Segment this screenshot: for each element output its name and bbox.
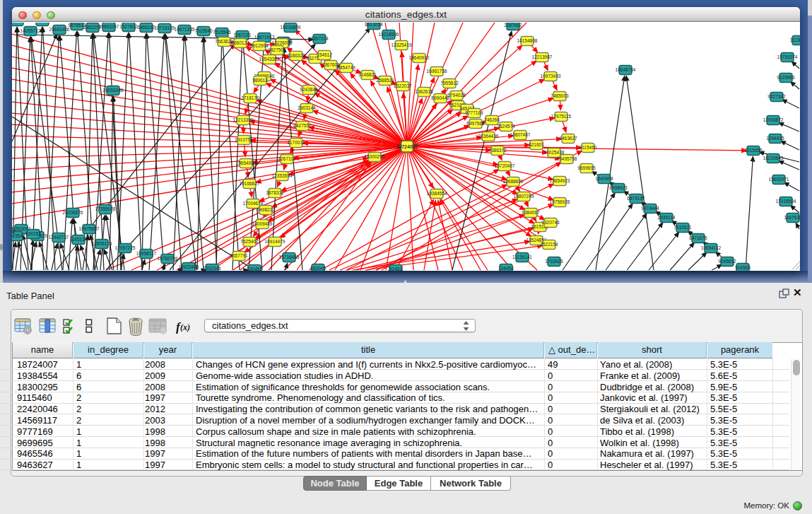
svg-text:6497568: 6497568 — [466, 121, 485, 126]
svg-text:8471676: 8471676 — [689, 235, 707, 240]
svg-text:924565: 924565 — [735, 265, 751, 270]
svg-text:3878332: 3878332 — [266, 190, 284, 195]
svg-text:10543382: 10543382 — [259, 57, 280, 62]
svg-text:10958117: 10958117 — [136, 251, 157, 256]
svg-text:9129966: 9129966 — [777, 75, 795, 80]
svg-text:16782759: 16782759 — [158, 256, 178, 261]
svg-text:9146821: 9146821 — [358, 72, 377, 77]
svg-text:621601: 621601 — [529, 142, 544, 147]
svg-text:18807249: 18807249 — [514, 194, 534, 199]
svg-text:3267110: 3267110 — [278, 156, 296, 161]
svg-text:9657791: 9657791 — [230, 253, 248, 258]
svg-text:15716485: 15716485 — [279, 255, 300, 259]
svg-text:19654987: 19654987 — [236, 160, 257, 165]
svg-text:10973493: 10973493 — [541, 74, 561, 78]
svg-text:8322037: 8322037 — [394, 83, 412, 88]
svg-text:950510: 950510 — [12, 229, 15, 234]
svg-text:16154808: 16154808 — [517, 38, 538, 43]
svg-text:9777169: 9777169 — [465, 110, 483, 115]
svg-text:16648784: 16648784 — [616, 67, 636, 72]
svg-text:10807487: 10807487 — [510, 132, 531, 137]
svg-text:12353594: 12353594 — [272, 173, 293, 178]
svg-text:1067191: 1067191 — [233, 33, 252, 37]
svg-text:1113054: 1113054 — [790, 37, 800, 42]
svg-text:10671913: 10671913 — [254, 35, 275, 40]
svg-text:19166827: 19166827 — [240, 181, 260, 186]
svg-text:16033809: 16033809 — [281, 25, 301, 30]
svg-text:19756928: 19756928 — [550, 199, 570, 204]
svg-text:2522154: 2522154 — [540, 242, 558, 247]
svg-text:18724007: 18724007 — [396, 144, 418, 149]
svg-text:6794028: 6794028 — [447, 93, 466, 98]
svg-text:15751074: 15751074 — [777, 54, 798, 59]
svg-text:17016504: 17016504 — [776, 199, 796, 204]
svg-text:10688609: 10688609 — [503, 179, 524, 184]
svg-text:17957225: 17957225 — [115, 245, 136, 250]
svg-text:9505172: 9505172 — [12, 23, 26, 23]
svg-text:12923468: 12923468 — [179, 264, 199, 269]
svg-text:7357224: 7357224 — [310, 36, 329, 41]
svg-text:1910751: 1910751 — [235, 137, 253, 142]
svg-text:19384554: 19384554 — [427, 191, 447, 196]
svg-text:989612: 989612 — [252, 78, 268, 83]
svg-text:19218506: 19218506 — [379, 32, 399, 37]
svg-text:7515546: 7515546 — [213, 30, 231, 35]
svg-text:939152: 939152 — [25, 231, 41, 236]
svg-text:10719155: 10719155 — [155, 25, 175, 30]
svg-text:8813054: 8813054 — [365, 23, 383, 27]
svg-text:7632621: 7632621 — [673, 225, 692, 230]
svg-text:8186328: 8186328 — [287, 53, 305, 58]
svg-text:1292346: 1292346 — [203, 266, 221, 271]
svg-text:7386372: 7386372 — [488, 148, 507, 153]
svg-text:13495758: 13495758 — [557, 156, 577, 161]
svg-text:20364436: 20364436 — [478, 134, 499, 139]
svg-text:12505135: 12505135 — [92, 241, 112, 246]
svg-text:20691406: 20691406 — [49, 27, 70, 32]
svg-text:3624574: 3624574 — [497, 124, 515, 129]
svg-text:10975857: 10975857 — [79, 226, 100, 231]
svg-text:1170012: 1170012 — [288, 140, 305, 145]
svg-text:15720407: 15720407 — [495, 163, 515, 168]
svg-text:104454: 104454 — [498, 266, 514, 271]
svg-text:1145134: 1145134 — [70, 237, 88, 242]
svg-text:10853267: 10853267 — [99, 24, 119, 29]
svg-text:9915547: 9915547 — [12, 233, 25, 238]
svg-text:9699695: 9699695 — [577, 165, 596, 170]
svg-text:154612: 154612 — [317, 52, 332, 57]
svg-text:15692971: 15692971 — [769, 177, 789, 182]
svg-text:9245652: 9245652 — [718, 259, 736, 264]
svg-text:1320746: 1320746 — [541, 220, 560, 225]
svg-text:2588520: 2588520 — [376, 78, 394, 83]
svg-text:16914479: 16914479 — [265, 239, 286, 244]
svg-text:1640954: 1640954 — [595, 176, 613, 181]
svg-text:2087662: 2087662 — [504, 23, 522, 28]
svg-text:7625402: 7625402 — [240, 239, 259, 244]
svg-text:2935114: 2935114 — [658, 215, 676, 220]
svg-text:12975115: 12975115 — [551, 114, 572, 119]
svg-text:9827509: 9827509 — [268, 47, 286, 52]
svg-text:1362615: 1362615 — [415, 89, 433, 94]
svg-text:12093872: 12093872 — [763, 117, 784, 122]
svg-text:11136141: 11136141 — [512, 255, 532, 259]
svg-text:(x): (x) — [180, 322, 190, 332]
svg-text:9115460: 9115460 — [579, 145, 597, 150]
svg-text:8912954: 8912954 — [250, 43, 269, 48]
svg-text:1527602: 1527602 — [119, 24, 138, 29]
svg-text:2718176: 2718176 — [241, 95, 259, 100]
svg-text:16210643: 16210643 — [763, 156, 784, 160]
svg-text:7955812: 7955812 — [440, 81, 459, 86]
svg-text:92451: 92451 — [389, 267, 402, 271]
svg-text:12213987: 12213987 — [532, 54, 553, 59]
svg-text:9463627: 9463627 — [559, 136, 577, 141]
svg-text:183045: 183045 — [310, 266, 326, 271]
svg-text:9384067: 9384067 — [522, 210, 540, 215]
svg-text:8660124: 8660124 — [231, 40, 249, 45]
svg-text:9474444: 9474444 — [641, 206, 659, 211]
svg-text:1205513: 1205513 — [33, 23, 52, 23]
svg-text:14055712: 14055712 — [20, 28, 41, 33]
svg-text:5498222: 5498222 — [257, 207, 275, 212]
svg-text:7485003: 7485003 — [551, 93, 569, 98]
svg-text:6466160: 6466160 — [137, 25, 155, 30]
svg-text:7663822: 7663822 — [215, 39, 233, 44]
svg-text:18300295: 18300295 — [365, 154, 385, 159]
